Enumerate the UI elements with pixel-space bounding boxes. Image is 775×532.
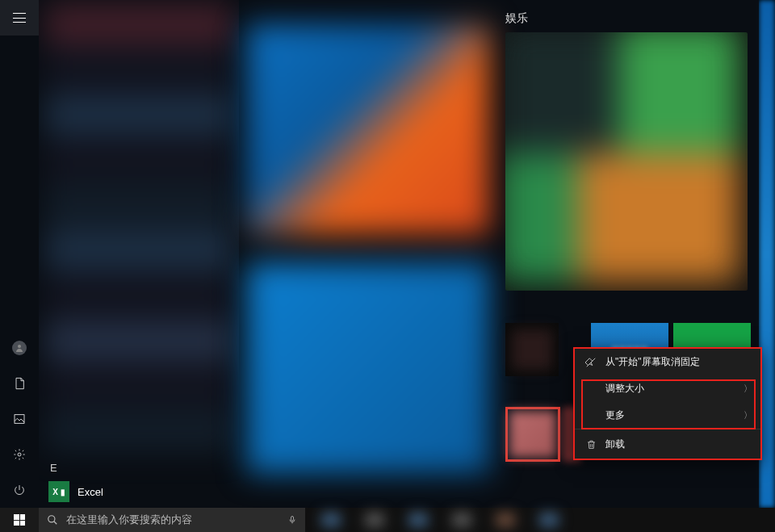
ctx-unpin-from-start[interactable]: 从"开始"屏幕取消固定 [575, 349, 760, 375]
app-item-label: Excel [78, 486, 103, 498]
app-item-excel[interactable]: X ▮ Excel [45, 479, 232, 505]
svg-point-0 [18, 345, 21, 348]
microphone-icon[interactable] [287, 514, 297, 526]
section-letter-e[interactable]: E [50, 462, 57, 474]
tile-group-entertainment [505, 32, 748, 291]
windows-logo-icon [14, 514, 25, 526]
pictures-button[interactable] [0, 401, 39, 437]
chevron-right-icon: 〉 [744, 409, 752, 421]
picture-icon [13, 413, 26, 425]
svg-point-4 [48, 516, 55, 522]
svg-point-2 [18, 453, 21, 456]
ctx-resize[interactable]: 调整大小 〉 [575, 375, 760, 402]
apps-blurred-content [39, 0, 239, 452]
gear-icon [13, 448, 26, 461]
search-placeholder: 在这里输入你要搜索的内容 [66, 513, 279, 527]
tile-context-menu: 从"开始"屏幕取消固定 调整大小 〉 更多 〉 卸载 [573, 347, 762, 460]
tile-small-1[interactable] [505, 323, 559, 376]
taskbar: 在这里输入你要搜索的内容 [0, 508, 775, 532]
hamburger-icon [13, 13, 26, 23]
power-button[interactable] [0, 472, 39, 508]
power-icon [13, 484, 26, 496]
apps-list-column: E X ▮ Excel [39, 0, 239, 508]
svg-line-5 [54, 522, 57, 525]
tile-selected[interactable] [505, 407, 560, 462]
hamburger-button[interactable] [0, 0, 39, 36]
taskbar-apps-blurred [305, 508, 775, 532]
svg-rect-1 [15, 415, 24, 424]
svg-rect-6 [291, 517, 294, 522]
settings-button[interactable] [0, 437, 39, 472]
trash-icon [584, 439, 597, 450]
user-icon [12, 341, 27, 355]
ctx-more[interactable]: 更多 〉 [575, 402, 760, 429]
ctx-item-label: 调整大小 [605, 382, 644, 396]
search-icon [47, 514, 58, 526]
taskbar-search[interactable]: 在这里输入你要搜索的内容 [39, 508, 305, 532]
tile-group-blurred-left [247, 13, 489, 465]
unpin-icon [584, 357, 597, 368]
chevron-right-icon: 〉 [744, 383, 752, 395]
excel-icon: X ▮ [48, 481, 69, 502]
start-rail [0, 0, 39, 508]
tile-group-label[interactable]: 娱乐 [505, 11, 528, 26]
documents-button[interactable] [0, 366, 39, 401]
user-account-button[interactable] [0, 330, 39, 366]
ctx-uninstall[interactable]: 卸载 [575, 429, 760, 459]
ctx-item-label: 卸载 [605, 438, 625, 451]
ctx-item-label: 更多 [605, 408, 625, 422]
start-button[interactable] [0, 508, 39, 532]
document-icon [13, 377, 26, 390]
ctx-item-label: 从"开始"屏幕取消固定 [605, 355, 700, 369]
